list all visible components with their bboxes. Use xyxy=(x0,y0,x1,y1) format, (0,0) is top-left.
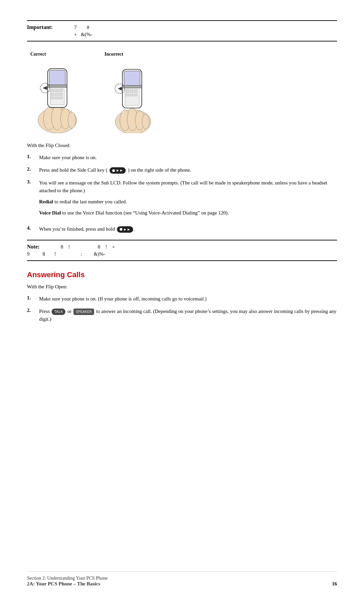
correct-phone-drawing xyxy=(30,59,84,133)
svg-point-25 xyxy=(142,114,149,129)
list-item-2-text: Press and hold the Side Call key ( ►► ) … xyxy=(39,166,191,174)
answer-item-2-before: Press xyxy=(39,309,51,314)
svg-rect-13 xyxy=(55,93,58,95)
svg-rect-16 xyxy=(55,97,58,99)
footer: Section 2: Understanding Your PCS Phone … xyxy=(27,571,337,587)
answer-item-2-text: Press TALK or SPEAKER to answer an incom… xyxy=(39,308,337,323)
key-dot-2 xyxy=(120,228,122,231)
incorrect-phone-drawing xyxy=(104,59,158,133)
svg-rect-17 xyxy=(59,97,63,99)
svg-rect-6 xyxy=(49,70,65,86)
note-row2: 9 8 ! : &)%- xyxy=(27,251,337,257)
svg-rect-27 xyxy=(124,71,140,87)
important-num: 7 xyxy=(74,25,77,30)
list-item-3-content: You will see a message on the Sub LCD. F… xyxy=(39,179,337,221)
incorrect-label: Incorrect xyxy=(104,52,123,57)
footer-left: Section 2: Understanding Your PCS Phone … xyxy=(27,576,108,587)
speaker-key-badge: SPEAKER xyxy=(73,309,94,315)
flip-open-heading: With the Flip Open: xyxy=(27,284,337,290)
list-item-2-num: 2. xyxy=(27,166,36,172)
sub-items: Redial to redial the last number you cal… xyxy=(39,198,337,217)
note-row2-code: &)%- xyxy=(94,251,105,257)
list-item-4-text: When you’re finished, press and hold ►► … xyxy=(39,225,135,233)
side-call-key-badge: ►► xyxy=(110,167,126,174)
answer-item-1-text: Make sure your phone is on. (If your pho… xyxy=(39,295,207,303)
svg-rect-28 xyxy=(122,85,142,88)
note-label: Note: xyxy=(27,244,54,250)
svg-rect-11 xyxy=(59,90,63,92)
sub-item-voice-dial: Voice Dial to use the Voice Dial functio… xyxy=(39,209,337,217)
note-row2-num2: 8 xyxy=(42,251,45,257)
list-item-1: 1. Make sure your phone is on. xyxy=(27,154,337,162)
list-item-3: 3. You will see a message on the Sub LCD… xyxy=(27,179,337,221)
images-section: Correct xyxy=(27,52,337,133)
important-row1: Important: 7 # xyxy=(27,24,337,30)
list-item-4: 4. When you’re finished, press and hold … xyxy=(27,225,337,233)
important-row2: + &(%- xyxy=(27,32,337,37)
footer-page: 16 xyxy=(332,581,337,587)
note-num2: 8 xyxy=(98,244,100,250)
flip-closed-heading: With the Flip Closed: xyxy=(27,143,337,148)
important-code: &(%- xyxy=(81,32,92,37)
footer-subsection: 2A: Your PCS Phone – The Basics xyxy=(27,581,108,587)
answer-item-1: 1. Make sure your phone is on. (If your … xyxy=(27,295,337,303)
svg-rect-10 xyxy=(55,90,58,92)
list-item-2: 2. Press and hold the Side Call key ( ►►… xyxy=(27,166,337,174)
sub-item-redial-rest: to redial the last number you called. xyxy=(53,199,127,204)
important-label: Important: xyxy=(27,24,64,30)
important-hash: # xyxy=(87,25,90,30)
note-row1-content: 8 ! 8 ! + xyxy=(61,244,115,250)
svg-rect-15 xyxy=(51,97,54,99)
svg-rect-30 xyxy=(126,90,129,93)
correct-label: Correct xyxy=(30,52,46,57)
answer-item-2-middle: or xyxy=(67,309,73,314)
list-item-4-text-before: When you’re finished, press and hold xyxy=(39,226,116,232)
correct-image-container: Correct xyxy=(30,52,84,133)
list-item-1-num: 1. xyxy=(27,154,36,160)
talk-key-badge: TALK xyxy=(52,309,65,315)
note-excl2: ! xyxy=(105,244,107,250)
incorrect-image-container: Incorrect xyxy=(104,52,158,133)
list-item-2-text-before: Press and hold the Side Call key ( xyxy=(39,167,108,173)
svg-point-4 xyxy=(68,112,76,128)
list-item-1-text: Make sure your phone is on. xyxy=(39,154,97,162)
important-box: Important: 7 # + &(%- xyxy=(27,20,337,41)
flip-closed-list: 1. Make sure your phone is on. 2. Press … xyxy=(27,154,337,233)
svg-rect-33 xyxy=(126,94,129,96)
svg-rect-32 xyxy=(134,90,138,93)
svg-marker-36 xyxy=(118,87,122,90)
answer-item-2-num: 2. xyxy=(27,308,36,313)
list-item-4-num: 4. xyxy=(27,225,36,231)
svg-rect-31 xyxy=(130,90,133,93)
important-plus: + xyxy=(74,32,77,37)
sub-item-voice-dial-bold: Voice Dial xyxy=(39,210,61,215)
key-dot xyxy=(112,169,115,172)
sub-item-redial-bold: Redial xyxy=(39,199,53,204)
svg-rect-35 xyxy=(134,94,138,96)
footer-section: Section 2: Understanding Your PCS Phone xyxy=(27,576,108,581)
note-excl1: ! xyxy=(68,244,70,250)
note-row2-excl: ! xyxy=(54,251,56,257)
svg-marker-18 xyxy=(43,86,47,90)
answer-item-2: 2. Press TALK or SPEAKER to answer an in… xyxy=(27,308,337,323)
note-row2-colon: : xyxy=(81,251,82,257)
svg-rect-7 xyxy=(48,85,67,88)
note-num1: 8 xyxy=(61,244,63,250)
svg-rect-9 xyxy=(51,90,54,92)
note-box: Note: 8 ! 8 ! + 9 xyxy=(27,240,337,261)
answer-item-1-num: 1. xyxy=(27,295,36,301)
note-row1: Note: 8 ! 8 ! + xyxy=(27,244,337,250)
answering-calls-heading: Answering Calls xyxy=(27,270,337,279)
side-call-key-badge-2: ►► xyxy=(117,226,133,233)
sub-item-redial: Redial to redial the last number you cal… xyxy=(39,198,337,206)
page: Important: 7 # + &(%- Correct xyxy=(0,0,364,607)
list-item-3-text: You will see a message on the Sub LCD. F… xyxy=(39,180,327,193)
sub-item-voice-dial-rest: to use the Voice Dial function (see “Usi… xyxy=(61,210,229,215)
svg-rect-12 xyxy=(51,93,54,95)
list-item-3-num: 3. xyxy=(27,179,36,185)
note-plus: + xyxy=(112,244,115,250)
svg-rect-34 xyxy=(130,94,133,96)
content: With the Flip Closed: 1. Make sure your … xyxy=(27,143,337,571)
list-item-2-text-after: ) on the right side of the phone. xyxy=(128,167,191,173)
svg-rect-14 xyxy=(59,93,63,95)
